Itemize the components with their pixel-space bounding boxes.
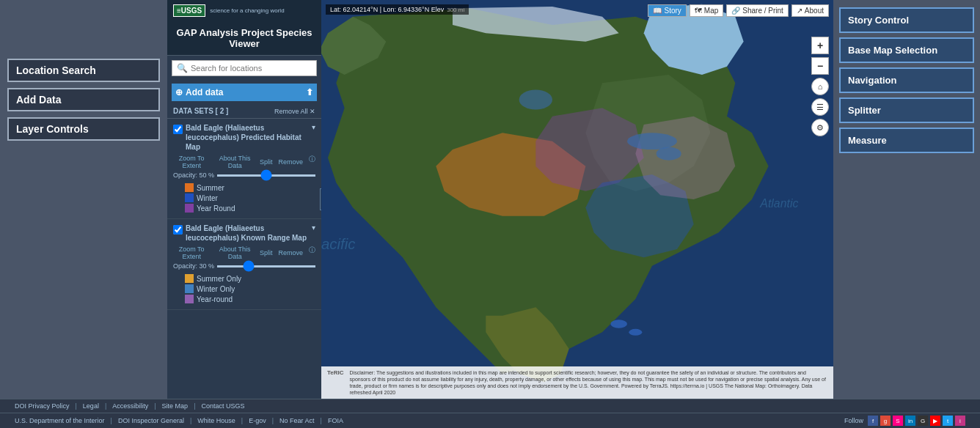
- remove-all-button[interactable]: Remove All ✕: [274, 108, 315, 115]
- dataset-2-actions: Zoom To Extent About This Data Split Rem…: [173, 246, 315, 260]
- add-data-annotation[interactable]: Add Data: [7, 88, 160, 111]
- contact-usgs-link[interactable]: Contact USGS: [201, 402, 244, 410]
- legend-label-1-1: Winter: [197, 194, 218, 202]
- dataset-2-dropdown[interactable]: ▾: [312, 224, 315, 232]
- svg-point-14: [610, 320, 627, 328]
- split-btn-2[interactable]: Split: [260, 246, 273, 260]
- zoom-out-button[interactable]: −: [811, 57, 829, 75]
- legend-label-1-0: Summer: [197, 184, 224, 192]
- main-container: Location Search Add Data Layer Controls …: [0, 0, 980, 428]
- content-row: Location Search Add Data Layer Controls …: [0, 0, 980, 399]
- dataset-2-opacity: Opacity: 30 %: [173, 262, 315, 270]
- sidebar: ≡USGS science for a changing world GAP A…: [167, 0, 321, 399]
- about-icon: ↗: [797, 7, 802, 15]
- white-house-link[interactable]: White House: [197, 417, 235, 424]
- datasets-title: DATA SETS [ 2 ]: [173, 107, 228, 115]
- zoom-in-button[interactable]: +: [811, 37, 829, 54]
- egov-link[interactable]: E-gov: [249, 417, 266, 424]
- zoom-extent-btn-2[interactable]: Zoom To Extent: [173, 246, 210, 260]
- share-icon: 🔗: [731, 7, 740, 15]
- story-control-box[interactable]: Story Control: [839, 7, 974, 33]
- usgs-logo: ≡USGS: [173, 4, 205, 17]
- dataset-1-opacity: Opacity: 50 %: [173, 171, 315, 179]
- facebook-icon[interactable]: f: [868, 416, 878, 426]
- footer-bottom-links: U.S. Department of the Interior | DOI In…: [15, 417, 343, 424]
- instagram-icon[interactable]: i: [955, 416, 965, 426]
- legend-item-1-2: Year Round: [185, 204, 315, 213]
- dataset-1-checkbox[interactable]: [173, 125, 183, 134]
- info-icon-1: ⓘ: [309, 155, 315, 169]
- measure-box[interactable]: Measure: [839, 128, 974, 153]
- site-map-link[interactable]: Site Map: [162, 402, 189, 410]
- remove-btn-2[interactable]: Remove: [278, 246, 303, 260]
- base-map-selection-box[interactable]: Base Map Selection: [839, 37, 974, 63]
- flickr-icon[interactable]: S: [893, 416, 903, 426]
- legal-link[interactable]: Legal: [83, 402, 99, 410]
- twitter-icon[interactable]: t: [943, 416, 953, 426]
- split-btn-1[interactable]: Split: [260, 155, 273, 169]
- right-panel: Story Control Base Map Selection Navigat…: [833, 0, 980, 399]
- search-input[interactable]: [191, 64, 312, 73]
- svg-point-13: [657, 147, 681, 160]
- opacity-slider-2[interactable]: [217, 265, 315, 268]
- about-data-btn-1[interactable]: About This Data: [216, 155, 254, 169]
- map-area[interactable]: Pacific Atlantic Lat: 62.04214°N | Lon: …: [321, 0, 833, 399]
- dataset-1-dropdown[interactable]: ▾: [312, 123, 315, 131]
- zoom-extent-btn-1[interactable]: Zoom To Extent: [173, 155, 210, 169]
- foia-link[interactable]: FOIA: [328, 417, 343, 424]
- legend-item-2-1: Winter Only: [185, 284, 315, 293]
- map-button[interactable]: 🗺 Map: [690, 4, 723, 17]
- doi-link[interactable]: U.S. Department of the Interior: [15, 417, 105, 424]
- add-data-label: Add data: [186, 87, 223, 97]
- legend-color-2-2: [185, 295, 194, 303]
- footer-top: DOI Privacy Policy | Legal | Accessibili…: [0, 399, 980, 413]
- layers-button[interactable]: ☰: [811, 98, 829, 116]
- share-print-button[interactable]: 🔗 Share / Print: [726, 4, 789, 17]
- story-button[interactable]: 📖 Story: [648, 4, 686, 17]
- share-label: Share / Print: [742, 7, 783, 15]
- accessibility-link[interactable]: Accessibility: [112, 402, 148, 410]
- legend-label-1-2: Year Round: [197, 204, 235, 213]
- footer-top-links: DOI Privacy Policy | Legal | Accessibili…: [15, 402, 245, 410]
- legend-item-1-0: Summer: [185, 183, 315, 192]
- location-search-annotation[interactable]: Location Search: [7, 59, 160, 82]
- plus-icon: ⊕: [175, 87, 183, 97]
- social-icons: Follow f g S in G ▶ t i: [844, 416, 965, 426]
- dataset-1-title: Bald Eagle (Haliaeetus leucocephalus) Pr…: [186, 123, 309, 152]
- settings-button[interactable]: ⚙: [811, 119, 829, 136]
- no-fear-act-link[interactable]: No Fear Act: [279, 417, 315, 424]
- remove-btn-1[interactable]: Remove: [278, 155, 303, 169]
- map-controls-right: + − ⌂ ☰ ⚙: [811, 37, 829, 136]
- legend-label-2-1: Winter Only: [197, 285, 235, 293]
- github-icon[interactable]: G: [918, 416, 928, 426]
- navigation-box[interactable]: Navigation: [839, 67, 974, 93]
- legend-color-2-1: [185, 284, 194, 293]
- opacity-slider-1[interactable]: [217, 174, 315, 177]
- svg-text:Pacific: Pacific: [321, 236, 355, 252]
- legend-color-1-2: [185, 204, 194, 213]
- add-data-button[interactable]: ⊕ Add data ⬆: [172, 84, 317, 101]
- doi-inspector-link[interactable]: DOI Inspector General: [118, 417, 184, 424]
- youtube-icon[interactable]: ▶: [930, 416, 940, 426]
- google-icon[interactable]: g: [880, 416, 891, 426]
- about-data-btn-2[interactable]: About This Data: [216, 246, 254, 260]
- datasets-header: DATA SETS [ 2 ] Remove All ✕: [167, 104, 321, 119]
- opacity-label-1: Opacity: 50 %: [173, 171, 214, 179]
- about-button[interactable]: ↗ About: [791, 4, 829, 17]
- legend-color-2-0: [185, 274, 194, 283]
- doi-privacy-link[interactable]: DOI Privacy Policy: [15, 402, 70, 410]
- splitter-box[interactable]: Splitter: [839, 97, 974, 123]
- home-button[interactable]: ⌂: [811, 78, 829, 95]
- dataset-1-legend: Summer Winter Year Round: [185, 183, 315, 213]
- location-search-bar[interactable]: 🔍: [172, 60, 317, 76]
- usgs-logo-area: ≡USGS science for a changing world: [167, 0, 321, 21]
- coords-text: Lat: 62.04214°N | Lon: 6.94336°N Elev: [330, 6, 444, 13]
- scale-text: 300 mi: [447, 7, 464, 13]
- linkedin-icon[interactable]: in: [905, 416, 915, 426]
- opacity-label-2: Opacity: 30 %: [173, 262, 214, 270]
- legend-label-2-2: Year-round: [197, 295, 233, 303]
- dataset-2-checkbox[interactable]: [173, 225, 183, 235]
- svg-point-12: [627, 133, 677, 150]
- layer-controls-annotation[interactable]: Layer Controls: [7, 117, 160, 141]
- sidebar-header: GAP Analysis Project Species Viewer: [167, 21, 321, 56]
